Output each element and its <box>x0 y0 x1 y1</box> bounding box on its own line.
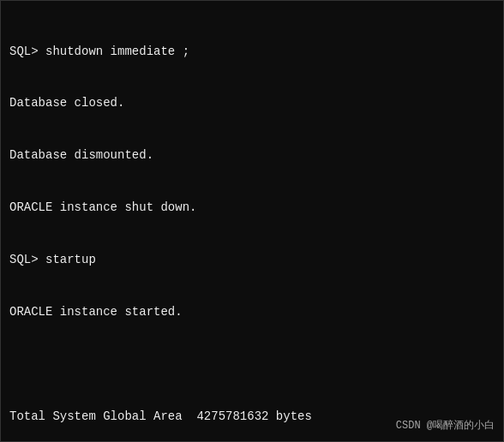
watermark-label: CSDN @喝醉酒的小白 <box>396 418 495 433</box>
line-2: Database closed. <box>9 94 495 111</box>
line-7 <box>9 355 495 373</box>
terminal-output: SQL> shutdown immediate ; Database close… <box>9 8 495 442</box>
line-1: SQL> shutdown immediate ; <box>9 43 495 60</box>
line-6: ORACLE instance started. <box>9 303 495 320</box>
line-4: ORACLE instance shut down. <box>9 199 495 216</box>
line-3: Database dismounted. <box>9 146 495 164</box>
terminal-window: SQL> shutdown immediate ; Database close… <box>0 0 504 442</box>
line-5: SQL> startup <box>9 251 495 268</box>
